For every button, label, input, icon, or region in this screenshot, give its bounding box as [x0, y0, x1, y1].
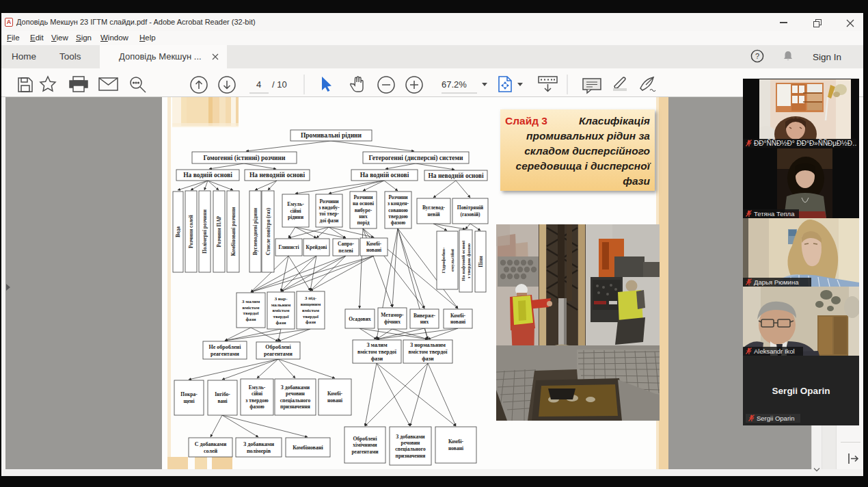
svg-text:з твердою: з твердою — [245, 397, 269, 404]
svg-text:рідини: рідини — [288, 214, 304, 220]
svg-text:вмістом: вмістом — [243, 305, 260, 311]
svg-text:З малим: З малим — [366, 342, 388, 348]
svg-text:призначення: призначення — [396, 453, 426, 459]
svg-text:реагентами: реагентами — [211, 351, 239, 357]
svg-text:Глинисті: Глинисті — [278, 244, 299, 250]
svg-text:На водній основі: На водній основі — [183, 172, 232, 179]
svg-text:З нор-: З нор- — [274, 296, 288, 302]
svg-text:На нафтовій основі: На нафтовій основі — [461, 241, 465, 281]
svg-text:новані: новані — [366, 247, 381, 253]
svg-text:На неводній основі: На неводній основі — [249, 172, 306, 179]
svg-text:4: 4 — [256, 79, 261, 90]
svg-text:фазою: фазою — [249, 404, 265, 410]
svg-text:Піни: Піни — [478, 256, 484, 267]
svg-text:Розчини: Розчини — [353, 194, 373, 200]
svg-text:вані: вані — [217, 398, 227, 404]
svg-text:твердої: твердої — [303, 314, 318, 319]
svg-text:Покра-: Покра- — [180, 391, 198, 397]
svg-text:них: них — [359, 213, 368, 220]
svg-text:речовин: речовин — [286, 391, 305, 397]
svg-text:сованою: сованою — [388, 207, 408, 213]
svg-text:?: ? — [755, 52, 759, 60]
svg-text:Вуглеводневі рідини: Вуглеводневі рідини — [252, 207, 258, 255]
svg-text:З малим: З малим — [242, 299, 260, 304]
svg-text:дої фази: дої фази — [320, 218, 339, 224]
svg-text:С добавками: С добавками — [195, 441, 227, 447]
svg-text:Гідрофобно-: Гідрофобно- — [441, 247, 446, 274]
svg-text:(газовій): (газовій) — [460, 211, 480, 218]
svg-text:/ 10: / 10 — [272, 79, 287, 90]
svg-text:емульсійні: емульсійні — [450, 249, 455, 272]
svg-text:хімічними: хімічними — [353, 442, 377, 448]
svg-text:вмістом твердої: вмістом твердої — [409, 349, 448, 355]
svg-text:З добавками: З добавками — [281, 384, 310, 391]
svg-text:фази: фази — [371, 356, 383, 362]
svg-text:реагентами: реагентами — [264, 351, 293, 357]
svg-text:вмістом: вмістом — [273, 308, 290, 313]
svg-text:спеціального: спеціального — [395, 446, 426, 452]
svg-text:на основі: на основі — [353, 200, 374, 207]
svg-text:Комбі-: Комбі- — [450, 313, 466, 319]
svg-text:призначення: призначення — [280, 404, 310, 410]
svg-text:З добавками: З добавками — [243, 441, 275, 447]
svg-text:Розчини ПАР: Розчини ПАР — [216, 215, 222, 247]
svg-text:вмістом твердої: вмістом твердої — [357, 349, 397, 355]
svg-text:фази: фази — [306, 319, 316, 325]
svg-text:Комбі-: Комбі- — [327, 391, 343, 397]
svg-text:З добавками: З добавками — [396, 434, 425, 440]
svg-text:невій: невій — [427, 211, 440, 218]
svg-text:Гетерогенні (дисперсні) систем: Гетерогенні (дисперсні) системи — [368, 155, 463, 162]
svg-text:мальним: мальним — [271, 302, 291, 308]
svg-text:фази: фази — [245, 317, 256, 322]
svg-text:щені: щені — [183, 398, 194, 404]
svg-text:реагентами: реагентами — [351, 449, 379, 455]
svg-text:сійні: сійні — [252, 391, 262, 397]
svg-text:Метамор-: Метамор- — [381, 312, 404, 318]
svg-text:Не оброблені: Не оброблені — [209, 344, 242, 350]
svg-text:Оброблені: Оброблені — [265, 344, 291, 350]
svg-text:67.2%: 67.2% — [442, 79, 467, 90]
svg-text:Полімерні розчини: Полімерні розчини — [202, 209, 208, 254]
svg-text:Сапро-: Сапро- — [338, 241, 354, 247]
svg-text:Стисле повітря (газ): Стисле повітря (газ) — [265, 207, 271, 255]
svg-text:спеціального: спеціального — [280, 397, 311, 404]
svg-text:З нормальним: З нормальним — [410, 342, 446, 348]
svg-text:Осадових: Осадових — [349, 316, 371, 322]
svg-text:Вуглевод-: Вуглевод- — [422, 205, 446, 211]
svg-text:Розчини: Розчини — [319, 198, 339, 205]
svg-text:З під-: З під- — [305, 295, 317, 301]
svg-text:фази: фази — [275, 320, 286, 326]
svg-text:Комбі-: Комбі- — [366, 241, 382, 247]
svg-text:Розчини солей: Розчини солей — [188, 214, 194, 248]
svg-text:Вода: Вода — [175, 226, 181, 237]
svg-text:Інгібо-: Інгібо- — [215, 391, 230, 397]
svg-text:Оброблені: Оброблені — [353, 436, 377, 442]
svg-text:сійні: сійні — [290, 208, 301, 214]
svg-text:Крейдові: Крейдові — [306, 244, 327, 250]
svg-text:полімерів: полімерів — [247, 448, 271, 454]
svg-text:фазою: фазою — [391, 220, 406, 226]
svg-text:Емуль-: Емуль- — [287, 201, 304, 207]
svg-text:Комбіновані розчини: Комбіновані розчини — [230, 207, 236, 256]
svg-text:з видобу-: з видобу- — [318, 205, 340, 211]
svg-text:На неводній основі: На неводній основі — [428, 172, 484, 179]
svg-text:Розчини: Розчини — [388, 194, 408, 200]
svg-text:твердою: твердою — [388, 213, 408, 220]
svg-text:новані: новані — [448, 445, 463, 451]
svg-text:фічних: фічних — [384, 319, 401, 325]
svg-text:з твердою фазою: з твердою фазою — [466, 244, 471, 278]
svg-text:Емуль-: Емуль- — [249, 384, 266, 391]
svg-text:Комбіновані: Комбіновані — [293, 445, 323, 451]
svg-text:порід: порід — [357, 220, 369, 226]
svg-text:з конден-: з конден- — [388, 200, 409, 207]
svg-text:тої твер-: тої твер- — [319, 211, 340, 217]
svg-text:вмістом: вмістом — [302, 308, 319, 313]
svg-text:фази: фази — [422, 356, 434, 362]
svg-text:твердої: твердої — [243, 311, 258, 316]
svg-text:Повітряній: Повітряній — [457, 205, 484, 211]
svg-text:вищеним: вищеним — [301, 302, 321, 307]
svg-text:твердої: твердої — [273, 314, 288, 319]
svg-text:солей: солей — [204, 448, 217, 454]
svg-text:пелеві: пелеві — [338, 248, 353, 254]
svg-text:Гомогенні (істинні) розчини: Гомогенні (істинні) розчини — [204, 155, 286, 162]
